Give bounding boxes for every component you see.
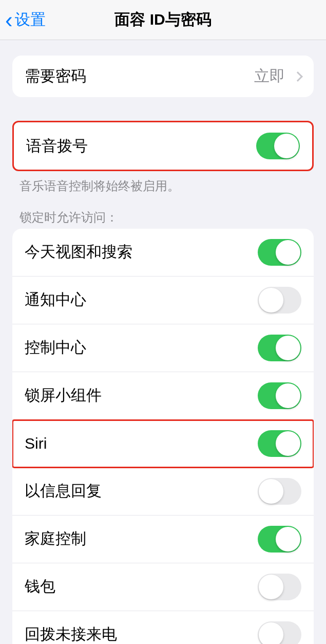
nav-title: 面容 ID与密码 [0, 9, 326, 30]
toggle-knob [276, 240, 300, 265]
voice-dial-footer: 音乐语音控制将始终被启用。 [0, 171, 326, 195]
lock-access-toggle[interactable] [258, 574, 301, 600]
lock-access-label: 家庭控制 [25, 528, 86, 549]
lock-access-label: 控制中心 [25, 337, 86, 358]
lock-access-row: 今天视图和搜索 [12, 229, 314, 277]
lock-access-label: 今天视图和搜索 [25, 242, 132, 263]
lock-access-label: 通知中心 [25, 289, 86, 310]
voice-dial-row: 语音拨号 [14, 122, 312, 170]
nav-back-button[interactable]: ‹ 设置 [0, 9, 46, 31]
toggle-knob [274, 134, 299, 158]
voice-dial-label: 语音拨号 [26, 136, 88, 157]
toggle-knob [259, 479, 283, 504]
toggle-knob [276, 431, 300, 456]
lock-access-label: 锁屏小组件 [25, 385, 102, 406]
require-passcode-value-text: 立即 [254, 66, 285, 87]
chevron-right-icon [293, 71, 303, 82]
lock-access-row: 钱包 [12, 563, 314, 611]
toggle-knob [276, 527, 300, 551]
toggle-knob [259, 622, 283, 644]
lock-access-toggle[interactable] [258, 621, 301, 644]
lock-access-label: 回拨未接来电 [25, 624, 117, 644]
lock-access-row: 锁屏小组件 [12, 372, 314, 420]
lock-access-toggle[interactable] [258, 239, 301, 266]
lock-access-toggle[interactable] [258, 430, 301, 457]
passcode-group: 需要密码 立即 [12, 56, 314, 97]
toggle-knob [259, 575, 283, 599]
lock-access-toggle[interactable] [258, 526, 301, 553]
voice-dial-toggle[interactable] [256, 133, 300, 159]
toggle-knob [276, 336, 300, 360]
lock-access-row: 通知中心 [12, 277, 314, 324]
lock-access-toggle[interactable] [258, 478, 301, 505]
lock-access-toggle[interactable] [258, 382, 301, 409]
nav-back-label: 设置 [15, 9, 46, 30]
toggle-knob [276, 383, 300, 408]
chevron-left-icon: ‹ [5, 9, 13, 31]
toggle-knob [259, 288, 283, 312]
lock-access-label: 钱包 [25, 576, 55, 597]
nav-bar: ‹ 设置 面容 ID与密码 [0, 0, 326, 40]
lock-access-row: Siri [12, 420, 314, 468]
lock-access-header: 锁定时允许访问： [0, 195, 326, 228]
lock-access-toggle[interactable] [258, 287, 301, 314]
lock-access-row: 家庭控制 [12, 516, 314, 563]
lock-access-row: 控制中心 [12, 324, 314, 372]
require-passcode-value: 立即 [254, 66, 301, 87]
require-passcode-label: 需要密码 [25, 66, 86, 87]
lock-access-row: 回拨未接来电 [12, 611, 314, 644]
lock-access-toggle[interactable] [258, 335, 301, 361]
lock-access-label: Siri [25, 435, 47, 452]
lock-access-row: 以信息回复 [12, 468, 314, 516]
lock-access-label: 以信息回复 [25, 481, 102, 502]
lock-access-group: 今天视图和搜索通知中心控制中心锁屏小组件Siri以信息回复家庭控制钱包回拨未接来… [12, 229, 314, 644]
voice-dial-group: 语音拨号 [12, 121, 314, 171]
require-passcode-row[interactable]: 需要密码 立即 [12, 56, 314, 97]
